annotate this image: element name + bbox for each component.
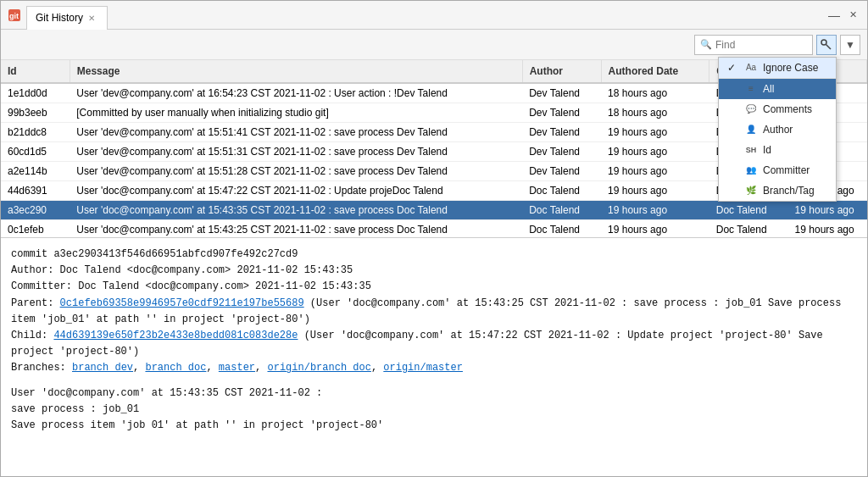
branch-dev-link[interactable]: branch dev [72, 362, 133, 374]
filter-dropdown-menu: ✓ Aa Ignore Case ≡ All 💬 Comments [718, 57, 837, 202]
cell-authored: 19 hours ago [601, 162, 709, 181]
cell-authored: 19 hours ago [601, 142, 709, 162]
cell-authored: 19 hours ago [601, 181, 709, 201]
dropdown-arrow-button[interactable]: ▼ [840, 35, 860, 55]
svg-point-2 [821, 40, 826, 45]
committer-icon: 👥 [744, 164, 758, 177]
cell-author: Dev Talend [522, 162, 601, 181]
tab-close-icon[interactable]: ✕ [88, 14, 95, 23]
main-window: git Git History ✕ — ✕ 🔍 [0, 0, 868, 477]
message-body: User 'doc@company.com' at 15:43:35 CST 2… [11, 385, 857, 435]
cell-message: User 'dev@company.com' at 15:51:41 CST 2… [70, 123, 522, 142]
cell-message: User 'doc@company.com' at 15:43:35 CST 2… [70, 201, 522, 220]
message-line-2: save process : job_01 [11, 402, 857, 418]
svg-line-3 [826, 44, 832, 49]
cell-author: Dev Talend [522, 123, 601, 142]
all-icon: ≡ [744, 82, 758, 96]
branch-tag-icon: 🌿 [744, 184, 758, 197]
cell-authored: 18 hours ago [601, 83, 709, 103]
dropdown-label-all: All [763, 83, 774, 95]
dropdown-item-committer[interactable]: 👥 Committer [719, 160, 836, 180]
close-button[interactable]: ✕ [845, 8, 860, 23]
search-input[interactable] [715, 39, 800, 51]
branches-line: Branches: branch dev, branch doc, master… [11, 360, 857, 376]
cell-author: Dev Talend [522, 83, 601, 103]
dropdown-label-comments: Comments [763, 103, 812, 115]
message-line-1: User 'doc@company.com' at 15:43:35 CST 2… [11, 385, 857, 402]
dropdown-item-branch-tag[interactable]: 🌿 Branch/Tag [719, 180, 836, 201]
titlebar-controls: — ✕ [826, 8, 860, 23]
ignore-case-icon: Aa [744, 61, 758, 75]
message-line-3: Save process item 'job 01' at path '' in… [11, 418, 857, 434]
cell-authored: 18 hours ago [601, 103, 709, 123]
cell-message: User 'dev@company.com' at 15:51:28 CST 2… [70, 162, 522, 181]
id-icon: SH [744, 143, 758, 157]
filter-dropdown-container: ✓ Aa Ignore Case ≡ All 💬 Comments [816, 35, 837, 55]
titlebar-tab[interactable]: Git History ✕ [26, 6, 108, 30]
cell-id: 99b3eeb [1, 103, 70, 123]
master-link[interactable]: master [219, 362, 255, 374]
dropdown-label-author: Author [763, 124, 793, 136]
branches-prefix: Branches: [11, 362, 72, 374]
cell-author: Dev Talend [522, 103, 601, 123]
branch-doc-link[interactable]: branch doc [145, 362, 206, 374]
dropdown-item-comments[interactable]: 💬 Comments [719, 99, 836, 119]
header-message: Message [70, 60, 522, 83]
tab-label: Git History [36, 12, 83, 24]
dropdown-item-all[interactable]: ≡ All [719, 79, 836, 99]
header-authored-date: Authored Date [601, 60, 709, 83]
author-line: Author: Doc Talend <doc@company.com> 202… [11, 263, 857, 279]
committer-line: Committer: Doc Talend <doc@company.com> … [11, 279, 857, 295]
cell-author: Dev Talend [522, 142, 601, 162]
cell-id: 1e1dd0d [1, 83, 70, 103]
table-row[interactable]: 0c1efebUser 'doc@company.com' at 15:43:2… [1, 220, 867, 239]
origin-master-link[interactable]: origin/master [383, 362, 463, 374]
detail-panel: commit a3ec2903413f546d66951abfcd907fe49… [1, 238, 867, 476]
filter-button[interactable] [816, 35, 837, 55]
cell-message: User 'doc@company.com' at 15:47:22 CST 2… [70, 181, 522, 201]
cell-id: a3ec290 [1, 201, 70, 220]
parent-line: Parent: 0c1efeb69358e9946957e0cdf9211e19… [11, 296, 857, 328]
cell-message: User 'dev@company.com' at 16:54:23 CST 2… [70, 83, 522, 103]
header-author: Author [522, 60, 601, 83]
cell-committer: Doc Talend [709, 220, 788, 239]
dropdown-item-ignore-case[interactable]: ✓ Aa Ignore Case [719, 58, 836, 78]
dropdown-label-branch-tag: Branch/Tag [763, 185, 815, 197]
child-prefix: Child: [11, 330, 53, 341]
child-line: Child: 44d639139e650f23b2e433e8bedd081c0… [11, 328, 857, 360]
svg-text:git: git [9, 12, 19, 20]
comments-icon: 💬 [744, 103, 758, 116]
cell-message: User 'dev@company.com' at 15:51:31 CST 2… [70, 142, 522, 162]
git-icon: git [8, 8, 21, 22]
filter-icon [820, 38, 833, 52]
dropdown-label-committer: Committer [763, 164, 810, 176]
cell-committer: Doc Talend [709, 201, 788, 220]
titlebar: git Git History ✕ — ✕ [1, 1, 867, 30]
commit-hash-line: commit a3ec2903413f546d66951abfcd907fe49… [11, 247, 857, 263]
child-hash-link[interactable]: 44d639139e650f23b2e433e8bedd081c083de28e [53, 330, 298, 341]
dropdown-label-id: Id [763, 144, 771, 156]
cell-author: Doc Talend [522, 201, 601, 220]
cell-co: 19 hours ago [788, 220, 867, 239]
titlebar-left: git Git History ✕ [8, 1, 108, 30]
cell-author: Doc Talend [522, 220, 601, 239]
cell-authored: 19 hours ago [601, 201, 709, 220]
dropdown-item-author[interactable]: 👤 Author [719, 119, 836, 140]
cell-id: b21ddc8 [1, 123, 70, 142]
parent-prefix: Parent: [11, 297, 60, 309]
origin-branch-doc-link[interactable]: origin/branch doc [267, 362, 370, 374]
table-row[interactable]: a3ec290User 'doc@company.com' at 15:43:3… [1, 201, 867, 220]
cell-authored: 19 hours ago [601, 123, 709, 142]
cell-id: 0c1efeb [1, 220, 70, 239]
cell-co: 19 hours ago [788, 201, 867, 220]
dropdown-item-id[interactable]: SH Id [719, 140, 836, 160]
cell-message: User 'doc@company.com' at 15:43:25 CST 2… [70, 220, 522, 239]
author-icon: 👤 [744, 123, 758, 136]
cell-id: a2e114b [1, 162, 70, 181]
cell-authored: 19 hours ago [601, 220, 709, 239]
minimize-button[interactable]: — [826, 8, 842, 23]
cell-message: [Committed by user manually when initial… [70, 103, 522, 123]
cell-author: Doc Talend [522, 181, 601, 201]
parent-hash-link[interactable]: 0c1efeb69358e9946957e0cdf9211e197be55689 [60, 297, 304, 309]
cell-id: 60cd1d5 [1, 142, 70, 162]
